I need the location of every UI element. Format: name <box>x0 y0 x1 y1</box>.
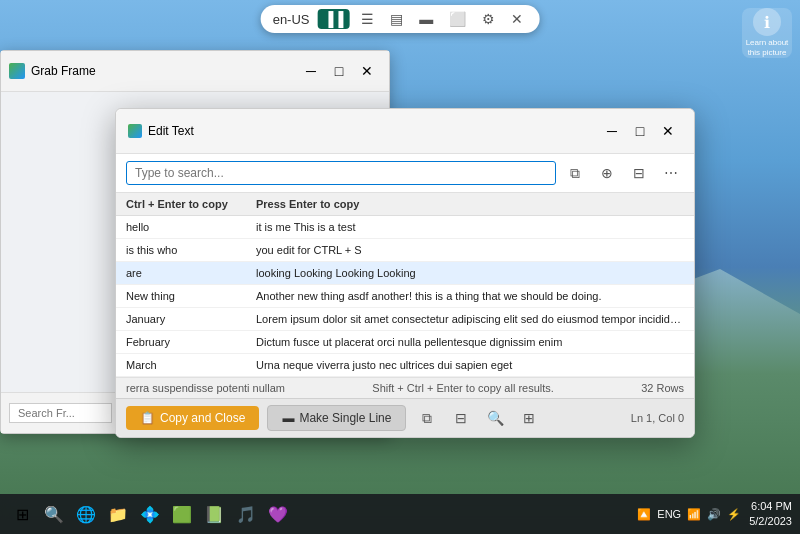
minimize-modal-button[interactable]: ─ <box>598 117 626 145</box>
status-hint-text: Shift + Ctrl + Enter to copy all results… <box>372 382 554 394</box>
taskbar-clock[interactable]: 6:04 PM 5/2/2023 <box>749 499 792 530</box>
taskbar-volume-icon[interactable]: 🔊 <box>707 508 721 521</box>
minus-icon[interactable]: ▬ <box>415 9 437 29</box>
ln-col-label: Ln 1, Col 0 <box>631 412 684 424</box>
col-header-key: Ctrl + Enter to copy <box>116 193 246 216</box>
table-row[interactable]: New thingAnother new thing asdf another!… <box>116 285 694 308</box>
table-cell-value: Urna neque viverra justo nec ultrices du… <box>246 354 694 377</box>
taskbar-chevron-icon[interactable]: 🔼 <box>637 508 651 521</box>
settings-icon[interactable]: ⚙ <box>478 9 499 29</box>
info-icon: ℹ <box>753 8 781 36</box>
edit-text-table: Ctrl + Enter to copy Press Enter to copy… <box>116 193 694 377</box>
edit-text-modal: Edit Text ─ □ ✕ ⧉ ⊕ ⊟ ⋯ Ctrl + Enter to … <box>115 108 695 438</box>
grab-frame-title: Grab Frame <box>31 64 297 78</box>
modal-action-bar: 📋 Copy and Close ▬ Make Single Line ⧉ ⊟ … <box>116 398 694 437</box>
taskbar: ⊞ 🔍 🌐 📁 💠 🟩 📗 🎵 💜 🔼 ENG 📶 🔊 ⚡ 6:04 PM 5/… <box>0 494 800 534</box>
minimize-grab-frame-button[interactable]: ─ <box>297 57 325 85</box>
taskbar-lang-label[interactable]: ENG <box>657 508 681 520</box>
close-lang-bar-icon[interactable]: ✕ <box>507 9 527 29</box>
modal-status-bar: rerra suspendisse potenti nullam Shift +… <box>116 377 694 398</box>
taskbar-teams[interactable]: 💜 <box>264 500 292 528</box>
language-label: en-US <box>273 12 310 27</box>
table-cell-value: Another new thing asdf another! this is … <box>246 285 694 308</box>
table-row[interactable]: FebruaryDictum fusce ut placerat orci nu… <box>116 331 694 354</box>
table-row[interactable]: MarchUrna neque viverra justo nec ultric… <box>116 354 694 377</box>
modal-search-input[interactable] <box>126 161 556 185</box>
edit-text-table-wrapper: Ctrl + Enter to copy Press Enter to copy… <box>116 193 694 377</box>
close-grab-frame-button[interactable]: ✕ <box>353 57 381 85</box>
single-line-icon: ▬ <box>282 411 294 425</box>
info-label: Learn aboutthis picture <box>746 38 789 57</box>
taskbar-excel[interactable]: 📗 <box>200 500 228 528</box>
taskbar-left: ⊞ 🔍 🌐 📁 💠 🟩 📗 🎵 💜 <box>8 500 292 528</box>
modal-titlebar: Edit Text ─ □ ✕ <box>116 109 694 154</box>
taskbar-right: 🔼 ENG 📶 🔊 ⚡ 6:04 PM 5/2/2023 <box>637 499 792 530</box>
taskbar-date-value: 5/2/2023 <box>749 514 792 529</box>
table-row[interactable]: arelooking Looking Looking Looking <box>116 262 694 285</box>
modal-more-icon[interactable]: ⋯ <box>658 160 684 186</box>
taskbar-app1[interactable]: 🟩 <box>168 500 196 528</box>
table-cell-value: Lorem ipsum dolor sit amet consectetur a… <box>246 308 694 331</box>
modal-title: Edit Text <box>148 124 598 138</box>
action-search-icon[interactable]: 🔍 <box>482 405 508 431</box>
taskbar-vscode[interactable]: 💠 <box>136 500 164 528</box>
table-row[interactable]: is this whoyou edit for CTRL + S <box>116 239 694 262</box>
table-cell-value: you edit for CTRL + S <box>246 239 694 262</box>
info-corner-button[interactable]: ℹ Learn aboutthis picture <box>742 8 792 58</box>
maximize-modal-button[interactable]: □ <box>626 117 654 145</box>
taskbar-sys-icons: 🔼 ENG 📶 🔊 ⚡ <box>637 508 741 521</box>
modal-add-icon[interactable]: ⊕ <box>594 160 620 186</box>
grid-icon[interactable]: ☰ <box>357 9 378 29</box>
table-cell-value: Dictum fusce ut placerat orci nulla pell… <box>246 331 694 354</box>
modal-remove-icon[interactable]: ⊟ <box>626 160 652 186</box>
start-button[interactable]: ⊞ <box>8 500 36 528</box>
make-single-line-button[interactable]: ▬ Make Single Line <box>267 405 406 431</box>
language-toolbar: en-US ▐▐ ☰ ▤ ▬ ⬜ ⚙ ✕ <box>261 5 540 33</box>
grab-frame-search-input[interactable] <box>9 403 112 423</box>
table-cell-key: New thing <box>116 285 246 308</box>
taskbar-explorer[interactable]: 📁 <box>104 500 132 528</box>
table-cell-key: January <box>116 308 246 331</box>
maximize-grab-frame-button[interactable]: □ <box>325 57 353 85</box>
action-grid-icon[interactable]: ⊞ <box>516 405 542 431</box>
modal-search-bar: ⧉ ⊕ ⊟ ⋯ <box>116 154 694 193</box>
taskbar-edge[interactable]: 🌐 <box>72 500 100 528</box>
copy-and-close-button[interactable]: 📋 Copy and Close <box>126 406 259 430</box>
taskbar-search[interactable]: 🔍 <box>40 500 68 528</box>
taskbar-wifi-icon[interactable]: 📶 <box>687 508 701 521</box>
col-header-value: Press Enter to copy <box>246 193 694 216</box>
close-modal-button[interactable]: ✕ <box>654 117 682 145</box>
pause-button[interactable]: ▐▐ <box>318 9 350 29</box>
table-cell-key: February <box>116 331 246 354</box>
status-right-text: 32 Rows <box>641 382 684 394</box>
copy-icon: 📋 <box>140 411 155 425</box>
taskbar-spotify[interactable]: 🎵 <box>232 500 260 528</box>
square-icon[interactable]: ⬜ <box>445 9 470 29</box>
table-cell-key: hello <box>116 216 246 239</box>
table-cell-key: is this who <box>116 239 246 262</box>
table-cell-key: March <box>116 354 246 377</box>
taskbar-time-value: 6:04 PM <box>749 499 792 514</box>
list-icon[interactable]: ▤ <box>386 9 407 29</box>
table-cell-key: are <box>116 262 246 285</box>
grab-frame-app-icon <box>9 63 25 79</box>
action-copy-icon[interactable]: ⧉ <box>414 405 440 431</box>
grab-frame-titlebar: Grab Frame ─ □ ✕ <box>1 51 389 92</box>
table-cell-value: looking Looking Looking Looking <box>246 262 694 285</box>
table-row[interactable]: helloit is me This is a test <box>116 216 694 239</box>
taskbar-battery-icon[interactable]: ⚡ <box>727 508 741 521</box>
modal-copy-icon[interactable]: ⧉ <box>562 160 588 186</box>
status-left-text: rerra suspendisse potenti nullam <box>126 382 285 394</box>
modal-app-icon <box>128 124 142 138</box>
action-minus-icon[interactable]: ⊟ <box>448 405 474 431</box>
table-cell-value: it is me This is a test <box>246 216 694 239</box>
table-row[interactable]: JanuaryLorem ipsum dolor sit amet consec… <box>116 308 694 331</box>
